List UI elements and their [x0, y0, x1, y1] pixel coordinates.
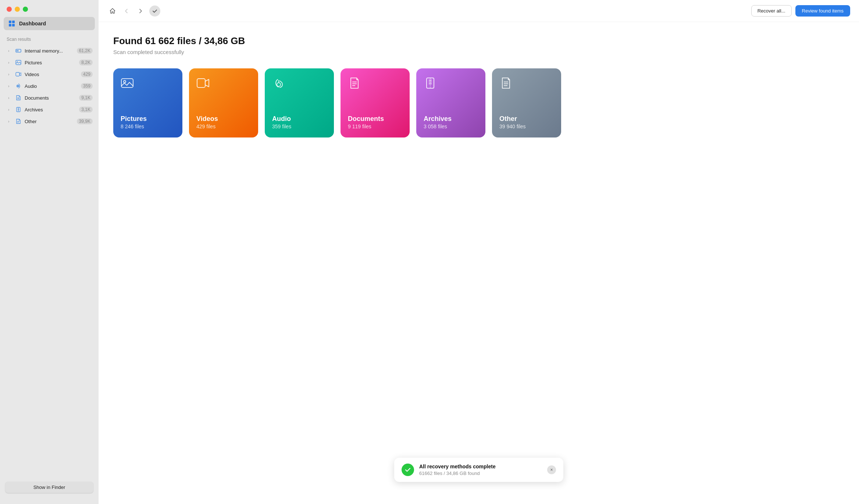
documents-card-content: Documents 9 119 files [348, 115, 402, 129]
sidebar-item-documents-count: 9,1K [79, 95, 93, 101]
sidebar-item-pictures-count: 8,2K [79, 60, 93, 65]
sidebar-item-dashboard[interactable]: Dashboard [4, 17, 95, 30]
sidebar-item-documents[interactable]: › Documents 9,1K [2, 92, 96, 103]
category-card-archives[interactable]: Archives 3 058 files [416, 68, 485, 137]
documents-card-count: 9 119 files [348, 124, 402, 129]
audio-card-content: Audio 359 files [272, 115, 327, 129]
documents-card-icon [348, 76, 402, 90]
chevron-icon: › [8, 49, 13, 53]
sidebar-item-videos-label: Videos [25, 72, 81, 77]
toolbar: Recover all... Review found items [99, 0, 859, 22]
sidebar-item-videos-count: 429 [81, 71, 93, 77]
svg-rect-22 [427, 78, 434, 88]
documents-card-name: Documents [348, 115, 402, 123]
category-card-documents[interactable]: Documents 9 119 files [341, 68, 410, 137]
audio-icon [15, 82, 22, 90]
check-button[interactable] [149, 6, 160, 17]
sidebar-item-other-count: 39,9K [77, 118, 93, 124]
archives-icon [15, 106, 22, 113]
other-icon [15, 118, 22, 125]
videos-icon [15, 71, 22, 78]
archives-card-icon [424, 76, 478, 90]
sidebar-item-audio-count: 359 [81, 83, 93, 89]
category-card-other[interactable]: Other 39 940 files [492, 68, 561, 137]
sidebar-item-documents-label: Documents [25, 95, 79, 101]
chevron-icon: › [8, 108, 13, 112]
chevron-icon: › [8, 96, 13, 100]
category-card-audio[interactable]: Audio 359 files [265, 68, 334, 137]
pictures-card-count: 8 246 files [121, 124, 175, 129]
sidebar-item-videos[interactable]: › Videos 429 [2, 69, 96, 80]
other-card-count: 39 940 files [499, 124, 554, 129]
recovery-toast: All recovery methods complete 61662 file… [394, 458, 563, 482]
pictures-icon [15, 59, 22, 66]
category-cards-grid: Pictures 8 246 files Videos 429 files [113, 68, 844, 137]
internal-memory-icon [15, 47, 22, 54]
archives-card-content: Archives 3 058 files [424, 115, 478, 129]
toast-close-button[interactable]: × [547, 465, 556, 474]
sidebar-item-archives[interactable]: › Archives 3,1K [2, 104, 96, 115]
fullscreen-traffic-light[interactable] [23, 7, 28, 12]
audio-card-count: 359 files [272, 124, 327, 129]
sidebar: Dashboard Scan results › Internal memory… [0, 0, 99, 504]
back-button[interactable] [121, 6, 132, 16]
videos-card-content: Videos 429 files [196, 115, 251, 129]
videos-card-count: 429 files [196, 124, 251, 129]
dashboard-grid-icon [8, 20, 15, 27]
svg-rect-15 [121, 79, 133, 87]
scan-results-section-label: Scan results [0, 35, 99, 45]
sidebar-item-other[interactable]: › Other 39,9K [2, 116, 96, 127]
content-area: Found 61 662 files / 34,86 GB Scan compl… [99, 22, 859, 504]
sidebar-bottom: Show in Finder [0, 478, 99, 497]
chevron-icon: › [8, 61, 13, 65]
svg-rect-3 [16, 60, 21, 65]
svg-point-18 [277, 83, 281, 86]
archives-card-name: Archives [424, 115, 478, 123]
category-card-videos[interactable]: Videos 429 files [189, 68, 258, 137]
pictures-card-name: Pictures [121, 115, 175, 123]
recover-all-button[interactable]: Recover all... [751, 5, 792, 17]
toast-text-content: All recovery methods complete 61662 file… [419, 464, 542, 476]
sidebar-item-other-label: Other [25, 119, 77, 124]
chevron-icon: › [8, 72, 13, 76]
svg-rect-17 [197, 79, 205, 87]
sidebar-item-archives-label: Archives [25, 107, 79, 112]
sidebar-item-audio-label: Audio [25, 83, 81, 89]
archives-card-count: 3 058 files [424, 124, 478, 129]
other-card-name: Other [499, 115, 554, 123]
sidebar-item-internal-memory-count: 61,2K [77, 48, 93, 54]
minimize-traffic-light[interactable] [15, 7, 20, 12]
show-in-finder-button[interactable]: Show in Finder [5, 482, 93, 493]
svg-point-16 [124, 81, 126, 83]
videos-card-icon [196, 76, 251, 90]
traffic-lights [0, 0, 99, 17]
found-files-title: Found 61 662 files / 34,86 GB [113, 35, 844, 47]
sidebar-item-pictures-label: Pictures [25, 60, 79, 65]
svg-rect-5 [16, 72, 19, 76]
home-button[interactable] [107, 6, 118, 16]
sidebar-item-archives-count: 3,1K [79, 107, 93, 112]
pictures-card-icon [121, 76, 175, 90]
review-found-button[interactable]: Review found items [795, 5, 850, 17]
main-content: Recover all... Review found items Found … [99, 0, 859, 504]
sidebar-item-audio[interactable]: › Audio 359 [2, 81, 96, 92]
audio-card-icon [272, 76, 327, 90]
other-card-content: Other 39 940 files [499, 115, 554, 129]
toast-title: All recovery methods complete [419, 464, 542, 469]
dashboard-label: Dashboard [19, 21, 46, 26]
forward-button[interactable] [135, 6, 146, 16]
sidebar-item-internal-memory-label: Internal memory... [25, 48, 77, 54]
svg-rect-1 [17, 50, 17, 51]
pictures-card-content: Pictures 8 246 files [121, 115, 175, 129]
category-card-pictures[interactable]: Pictures 8 246 files [113, 68, 182, 137]
audio-card-name: Audio [272, 115, 327, 123]
sidebar-item-internal-memory[interactable]: › Internal memory... 61,2K [2, 45, 96, 56]
toast-subtitle: 61662 files / 34,86 GB found [419, 471, 542, 476]
chevron-icon: › [8, 84, 13, 88]
svg-rect-2 [18, 50, 18, 51]
toast-check-icon [402, 464, 414, 476]
close-traffic-light[interactable] [7, 7, 12, 12]
sidebar-item-pictures[interactable]: › Pictures 8,2K [2, 57, 96, 68]
other-card-icon [499, 76, 554, 90]
videos-card-name: Videos [196, 115, 251, 123]
